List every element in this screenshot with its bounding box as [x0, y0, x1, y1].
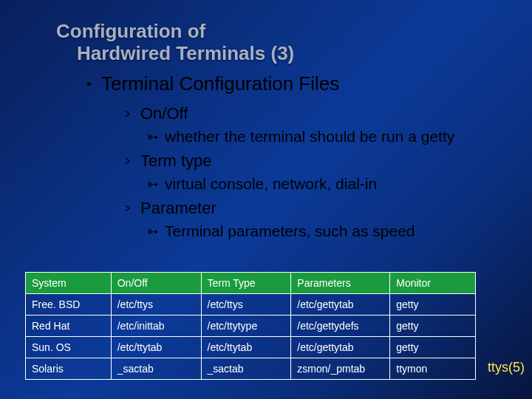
table-row: Solaris _sactab _sactab zsmon/_pmtab tty…	[26, 358, 476, 380]
slide-title: Configuration of Hardwired Terminals (3)	[0, 21, 532, 65]
table: System On/Off Term Type Parameters Monit…	[25, 272, 476, 380]
table-cell: /etc/gettytab	[291, 337, 390, 358]
sub-bullet-label: Parameter	[140, 199, 216, 218]
table-cell: getty	[390, 316, 476, 337]
table-header: Monitor	[390, 273, 476, 294]
table-header: Parameters	[291, 273, 390, 294]
sub-sub-bullet-text: virtual console, network, dial-in	[165, 175, 377, 193]
table-row: Sun. OS /etc/ttytab /etc/ttytab /etc/get…	[26, 337, 476, 358]
sub-sub-bullet-text: Terminal parameters, such as speed	[165, 222, 415, 240]
sub-sub-bullet: ➳ virtual console, network, dial-in	[124, 175, 532, 193]
table-cell: Solaris	[26, 358, 112, 380]
footnote: ttys(5)	[488, 360, 525, 375]
sub-bullet: Parameter	[124, 199, 532, 218]
main-bullet: Terminal Configuration Files	[0, 72, 532, 95]
table-cell: zsmon/_pmtab	[291, 358, 390, 380]
table-row: Red Hat /etc/inittab /etc/ttytype /etc/g…	[26, 316, 476, 337]
chevron-right-icon	[124, 205, 132, 212]
chevron-right-icon	[124, 157, 132, 165]
title-line-2: Hardwired Terminals (3)	[56, 43, 532, 65]
chevron-right-icon	[124, 110, 132, 117]
sub-bullet-label: Term type	[140, 151, 212, 171]
tilde-icon: ➳	[146, 224, 159, 239]
table-cell: _sactab	[201, 358, 291, 380]
table-cell: Red Hat	[26, 316, 112, 337]
table-cell: /etc/gettydefs	[291, 316, 390, 337]
table-header: Term Type	[201, 273, 291, 294]
sub-sub-bullet: ➳ whether the terminal should be run a g…	[124, 128, 532, 146]
sub-bullet-label: On/Off	[140, 104, 188, 123]
table-cell: ttymon	[390, 358, 476, 380]
table-cell: /etc/ttys	[111, 294, 201, 316]
sub-bullet: Term type	[124, 151, 532, 171]
table-cell: /etc/ttys	[201, 294, 291, 316]
table-cell: /etc/ttytab	[201, 337, 291, 358]
table-header: System	[26, 273, 112, 294]
main-bullet-label: Terminal Configuration Files	[101, 72, 339, 95]
config-table: System On/Off Term Type Parameters Monit…	[25, 272, 476, 380]
sub-sub-bullet-text: whether the terminal should be run a get…	[165, 128, 454, 146]
bullet-dot-icon	[87, 82, 91, 86]
bullet-list: On/Off ➳ whether the terminal should be …	[0, 104, 532, 240]
title-line-1: Configuration of	[56, 21, 532, 43]
table-cell: Free. BSD	[26, 294, 112, 316]
table-cell: Sun. OS	[26, 337, 112, 358]
slide: Configuration of Hardwired Terminals (3)…	[0, 0, 532, 399]
sub-sub-bullet: ➳ Terminal parameters, such as speed	[124, 222, 532, 240]
table-cell: getty	[390, 294, 476, 316]
table-cell: /etc/ttytab	[111, 337, 201, 358]
table-header-row: System On/Off Term Type Parameters Monit…	[26, 273, 476, 294]
tilde-icon: ➳	[146, 129, 159, 144]
table-row: Free. BSD /etc/ttys /etc/ttys /etc/getty…	[26, 294, 476, 316]
table-cell: _sactab	[111, 358, 201, 380]
table-cell: getty	[390, 337, 476, 358]
sub-bullet: On/Off	[124, 104, 532, 123]
table-header: On/Off	[111, 273, 201, 294]
table-cell: /etc/inittab	[111, 316, 201, 337]
tilde-icon: ➳	[146, 177, 159, 191]
table-cell: /etc/ttytype	[201, 316, 291, 337]
table-cell: /etc/gettytab	[291, 294, 390, 316]
